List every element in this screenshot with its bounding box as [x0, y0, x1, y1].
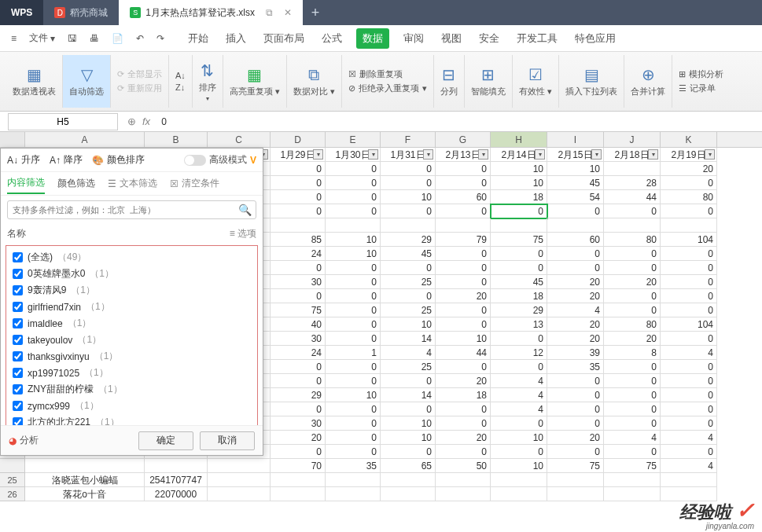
cell[interactable]: 0 — [604, 204, 661, 218]
filter-arrow-icon[interactable]: ▾ — [705, 149, 715, 160]
cell[interactable]: 0 — [326, 374, 381, 388]
cell[interactable]: 10 — [326, 233, 381, 247]
cell[interactable]: 0 — [326, 261, 381, 275]
cell[interactable]: 25 — [381, 275, 436, 289]
cell[interactable]: 0 — [661, 445, 717, 459]
ribbon-autofilter[interactable]: ▽自动筛选 — [63, 55, 111, 108]
cell[interactable]: 35 — [547, 360, 604, 374]
cell[interactable]: 0 — [271, 402, 326, 416]
cell[interactable]: 0 — [271, 204, 326, 218]
filter-options[interactable]: ≡ 选项 — [230, 227, 256, 240]
cell[interactable]: 29 — [381, 233, 436, 247]
cell[interactable]: 75 — [491, 233, 547, 247]
col-header-C[interactable]: C — [208, 132, 271, 147]
filter-item[interactable]: takeyoulov （1） — [9, 332, 254, 348]
cell[interactable]: 18 — [491, 289, 547, 303]
tab-new[interactable]: + — [303, 0, 328, 25]
filter-tab-text[interactable]: ☰ 文本筛选 — [108, 177, 157, 190]
cell[interactable]: 0 — [661, 374, 717, 388]
save-icon[interactable]: 🖫 — [63, 31, 82, 46]
cell[interactable]: 2541707747 — [145, 473, 208, 487]
cell[interactable]: 14 — [381, 332, 436, 346]
cell[interactable]: 0 — [326, 190, 381, 204]
cell[interactable]: 0 — [661, 360, 717, 374]
cell[interactable]: 12 — [491, 346, 547, 360]
cell[interactable]: 20 — [547, 317, 604, 332]
filter-arrow-icon[interactable]: ▾ — [478, 149, 488, 160]
filter-checkbox[interactable] — [13, 318, 23, 328]
cell[interactable]: 20 — [604, 332, 661, 346]
col-header-K[interactable]: K — [661, 132, 717, 147]
advanced-toggle[interactable] — [184, 155, 206, 166]
cell[interactable]: 70 — [271, 459, 326, 473]
cell[interactable]: 0 — [604, 247, 661, 261]
cell[interactable] — [25, 459, 145, 473]
cell[interactable]: 0 — [436, 317, 491, 332]
cell[interactable]: 0 — [491, 261, 547, 275]
sort-desc-button[interactable]: A↑ 降序 — [50, 153, 83, 167]
menu-data[interactable]: 数据 — [356, 28, 389, 49]
cell[interactable]: 0 — [436, 416, 491, 431]
cell[interactable]: 80 — [661, 190, 717, 204]
ribbon-validity[interactable]: ☑有效性 ▾ — [513, 55, 559, 108]
cell[interactable]: 18 — [436, 388, 491, 402]
cell[interactable]: 0 — [381, 445, 436, 459]
cell[interactable] — [604, 218, 661, 233]
ribbon-dropdown[interactable]: ▤插入下拉列表 — [559, 55, 624, 108]
cancel-button[interactable]: 取消 — [200, 431, 255, 450]
cell[interactable]: 0 — [326, 275, 381, 289]
cell[interactable]: 0 — [604, 445, 661, 459]
cell[interactable]: 4 — [491, 402, 547, 416]
cell[interactable] — [491, 487, 547, 501]
col-header-E[interactable]: E — [326, 132, 381, 147]
cell[interactable]: 29 — [271, 388, 326, 402]
file-menu[interactable]: 文件 ▾ — [24, 29, 60, 47]
cell[interactable]: 0 — [326, 416, 381, 431]
filter-arrow-icon[interactable]: ▾ — [591, 149, 602, 160]
cell[interactable]: 10 — [326, 247, 381, 261]
ribbon-split[interactable]: ⊟分列 — [434, 55, 465, 108]
cell[interactable]: 0 — [271, 289, 326, 303]
menu-security[interactable]: 安全 — [476, 28, 502, 49]
header-cell[interactable]: 2月18日▾ — [604, 148, 661, 162]
tab-docker[interactable]: D 稻壳商城 — [43, 0, 119, 25]
cell[interactable] — [208, 459, 271, 473]
filter-arrow-icon[interactable]: ▾ — [368, 149, 378, 160]
name-box[interactable] — [8, 113, 118, 130]
cell[interactable]: 0 — [547, 388, 604, 402]
cell[interactable]: 30 — [271, 275, 326, 289]
cell[interactable]: 0 — [326, 162, 381, 176]
cell[interactable]: 20 — [436, 431, 491, 445]
cell[interactable]: 44 — [604, 190, 661, 204]
filter-item-list[interactable]: (全选) （49）0英雄牌墨水0 （1）9轰清风9 （1）girlfriend7… — [6, 245, 258, 427]
cell[interactable]: 0 — [381, 374, 436, 388]
sort-desc-icon[interactable]: Z↓ — [175, 83, 185, 92]
cell[interactable]: 20 — [436, 374, 491, 388]
cell[interactable]: 4 — [661, 346, 717, 360]
filter-checkbox[interactable] — [13, 335, 23, 345]
delete-dupe-button[interactable]: ☒ 删除重复项 — [348, 68, 403, 80]
header-cell[interactable]: 1月29日▾ — [271, 148, 326, 162]
cell[interactable]: 0 — [491, 416, 547, 431]
cell[interactable]: 24 — [271, 247, 326, 261]
cell[interactable]: 104 — [661, 317, 717, 332]
cell[interactable]: 0 — [436, 275, 491, 289]
simulate-button[interactable]: ⊞ 模拟分析 — [679, 68, 723, 80]
analyze-button[interactable]: ◕ 分析 — [9, 434, 39, 447]
cell[interactable]: 75 — [271, 303, 326, 317]
cell[interactable] — [604, 162, 661, 176]
cell[interactable]: 0 — [271, 190, 326, 204]
cell[interactable]: 0 — [326, 176, 381, 190]
menu-view[interactable]: 视图 — [438, 28, 465, 49]
cell[interactable]: 0 — [271, 162, 326, 176]
cell[interactable]: 10 — [381, 190, 436, 204]
cell[interactable]: 0 — [271, 261, 326, 275]
filter-item[interactable]: xp19971025 （1） — [9, 365, 254, 381]
reject-dupe-button[interactable]: ⊘ 拒绝录入重复项 ▾ — [348, 83, 427, 94]
cell[interactable]: 65 — [381, 459, 436, 473]
filter-checkbox[interactable] — [13, 384, 23, 394]
cell[interactable]: 0 — [604, 289, 661, 303]
cell[interactable]: 44 — [436, 346, 491, 360]
cell[interactable]: 30 — [271, 332, 326, 346]
cell[interactable]: 0 — [491, 204, 547, 218]
